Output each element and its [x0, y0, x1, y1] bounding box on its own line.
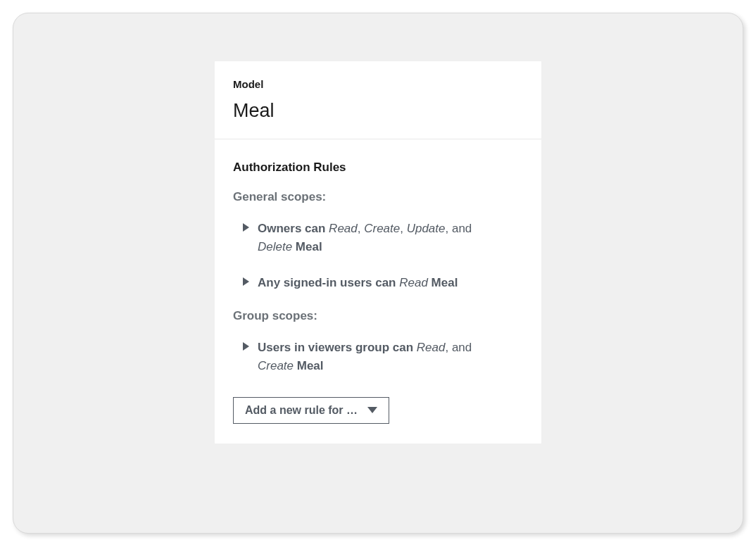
add-new-rule-label: Add a new rule for …: [245, 404, 358, 417]
rule-viewers-group[interactable]: Users in viewers group can Read, and Cre…: [243, 339, 523, 376]
panel-header: Model Meal: [215, 61, 541, 139]
app-frame: Model Meal Authorization Rules General s…: [13, 13, 743, 534]
rule-signed-in-users[interactable]: Any signed-in users can Read Meal: [243, 274, 523, 292]
authorization-rules-title: Authorization Rules: [233, 161, 523, 175]
model-label: Model: [233, 78, 523, 90]
rule-viewers-text: Users in viewers group can Read, and Cre…: [258, 339, 497, 376]
disclosure-right-icon: [243, 277, 249, 286]
disclosure-right-icon: [243, 223, 249, 232]
caret-down-icon: [367, 407, 377, 413]
model-name: Meal: [233, 100, 523, 122]
group-scopes-heading: Group scopes:: [233, 309, 523, 323]
general-scopes-heading: General scopes:: [233, 190, 523, 204]
rule-owners-text: Owners can Read, Create, Update, and Del…: [258, 220, 497, 257]
rule-signed-in-text: Any signed-in users can Read Meal: [258, 274, 458, 292]
rule-owners[interactable]: Owners can Read, Create, Update, and Del…: [243, 220, 523, 257]
disclosure-right-icon: [243, 342, 249, 351]
add-new-rule-button[interactable]: Add a new rule for …: [233, 397, 389, 424]
model-panel: Model Meal Authorization Rules General s…: [215, 61, 541, 444]
panel-body: Authorization Rules General scopes: Owne…: [215, 139, 541, 444]
